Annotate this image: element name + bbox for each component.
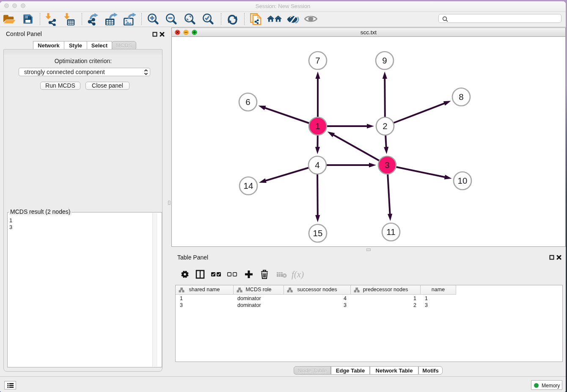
- svg-text:4: 4: [315, 160, 319, 170]
- svg-text:2: 2: [383, 121, 387, 131]
- svg-text:11: 11: [386, 227, 395, 237]
- svg-text:9: 9: [382, 55, 387, 65]
- svg-text:6: 6: [245, 97, 250, 107]
- svg-text:1: 1: [315, 121, 320, 131]
- svg-text:3: 3: [385, 160, 389, 170]
- svg-text:14: 14: [244, 181, 253, 190]
- svg-text:10: 10: [458, 176, 468, 185]
- svg-text:15: 15: [313, 228, 323, 238]
- svg-text:7: 7: [315, 55, 320, 65]
- svg-text:8: 8: [459, 92, 463, 102]
